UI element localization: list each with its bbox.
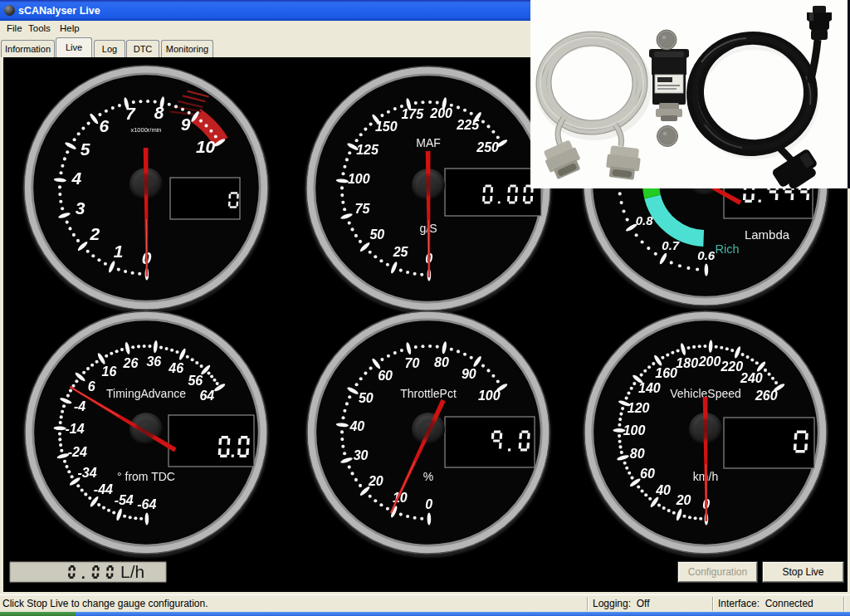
svg-text:° from TDC: ° from TDC: [117, 470, 175, 483]
svg-text:50: 50: [369, 227, 384, 242]
svg-text:8: 8: [154, 103, 164, 122]
svg-text:1: 1: [114, 242, 124, 261]
svg-text:180: 180: [676, 356, 698, 370]
svg-text:90: 90: [462, 367, 476, 381]
svg-text:100: 100: [348, 172, 370, 186]
svg-text:0.7: 0.7: [662, 238, 680, 252]
svg-text:-24: -24: [68, 445, 87, 459]
svg-text:60: 60: [640, 467, 655, 481]
svg-text:-44: -44: [94, 482, 113, 496]
svg-text:260: 260: [755, 389, 778, 403]
svg-text:160: 160: [655, 366, 677, 380]
svg-text:6: 6: [99, 116, 109, 135]
svg-text:140: 140: [638, 381, 661, 395]
svg-text:-34: -34: [78, 466, 97, 480]
svg-text:-4: -4: [74, 399, 85, 413]
svg-text:60: 60: [378, 369, 393, 383]
svg-text:75: 75: [355, 202, 371, 216]
svg-text:200: 200: [698, 354, 721, 369]
svg-text:%: %: [423, 470, 433, 483]
svg-text:6: 6: [88, 379, 95, 394]
svg-text:5: 5: [81, 139, 90, 159]
svg-text:20: 20: [676, 493, 691, 507]
svg-text:200: 200: [429, 106, 452, 120]
svg-text:x1000r/min: x1000r/min: [130, 126, 161, 134]
svg-text:-54: -54: [115, 493, 134, 507]
svg-text:100: 100: [623, 423, 646, 438]
svg-text:Rich: Rich: [715, 242, 739, 256]
svg-text:70: 70: [405, 356, 420, 370]
svg-text:TimingAdvance: TimingAdvance: [106, 387, 186, 400]
svg-text:9: 9: [181, 115, 191, 134]
svg-text:30: 30: [354, 448, 369, 462]
svg-text:40: 40: [349, 419, 364, 433]
svg-text:80: 80: [434, 355, 449, 369]
svg-text:MAF: MAF: [416, 136, 441, 149]
svg-text:50: 50: [359, 391, 374, 405]
svg-text:L/h: L/h: [120, 562, 144, 581]
svg-text:7: 7: [125, 104, 136, 123]
svg-text:-64: -64: [137, 497, 156, 511]
svg-text:56: 56: [188, 374, 203, 388]
svg-text:26: 26: [123, 356, 139, 370]
svg-text:120: 120: [628, 401, 650, 415]
svg-text:80: 80: [630, 447, 645, 461]
svg-text:2: 2: [89, 224, 100, 243]
svg-text:125: 125: [356, 143, 379, 157]
svg-text:25: 25: [393, 245, 409, 259]
svg-text:0.6: 0.6: [697, 248, 716, 262]
svg-text:225: 225: [456, 118, 480, 132]
svg-text:10: 10: [196, 137, 216, 156]
svg-text:Lambda: Lambda: [745, 227, 790, 242]
svg-text:40: 40: [655, 483, 671, 497]
svg-text:64: 64: [199, 389, 214, 403]
svg-text:4: 4: [71, 169, 81, 188]
svg-text:175: 175: [401, 107, 424, 121]
svg-text:16: 16: [102, 364, 117, 379]
svg-text:0.8: 0.8: [636, 213, 654, 227]
svg-text:150: 150: [375, 120, 398, 134]
svg-text:100: 100: [478, 389, 501, 403]
svg-text:46: 46: [168, 361, 183, 375]
svg-text:20: 20: [368, 474, 383, 488]
svg-text:3: 3: [76, 198, 85, 218]
svg-text:250: 250: [476, 140, 499, 154]
svg-text:240: 240: [740, 371, 763, 385]
svg-text:0: 0: [425, 497, 432, 511]
svg-text:-14: -14: [66, 422, 85, 436]
svg-text:ThrottlePct: ThrottlePct: [400, 387, 457, 400]
svg-text:36: 36: [146, 354, 161, 369]
